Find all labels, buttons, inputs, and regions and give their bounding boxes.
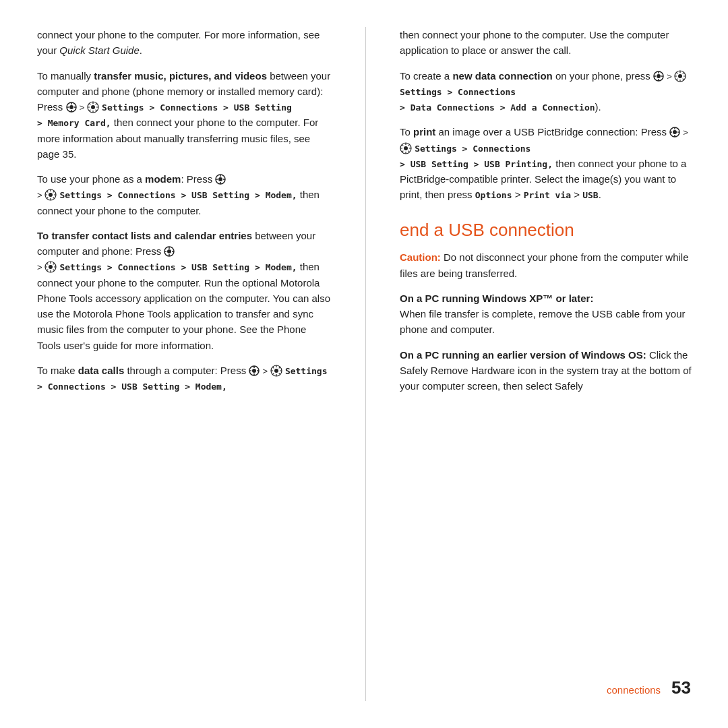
settings-icon-6 (400, 142, 412, 154)
svg-point-7 (91, 105, 95, 109)
settings-icon-1 (87, 101, 99, 113)
right-para3: To print an image over a USB PictBridge … (400, 124, 694, 202)
left-para2: To manually transfer music, pictures, an… (37, 68, 332, 162)
home-icon-2 (215, 174, 226, 185)
home-icon-6 (669, 127, 680, 138)
right-column: then connect your phone to the computer.… (400, 27, 694, 701)
footer-page-number: 53 (671, 675, 691, 701)
caution-para: Caution: Do not disconnect your phone fr… (400, 249, 694, 281)
left-column: connect your phone to the computer. For … (37, 27, 332, 701)
column-divider (365, 27, 366, 701)
svg-point-47 (404, 146, 408, 150)
svg-point-23 (49, 265, 53, 269)
svg-point-15 (49, 193, 53, 197)
right-para1: then connect your phone to the computer.… (400, 27, 694, 59)
svg-point-25 (252, 369, 256, 373)
right-para2: To create a new data connection on your … (400, 68, 694, 115)
section-title: end a USB connection (400, 219, 694, 242)
settings-icon-5 (674, 70, 686, 82)
left-para5: To make data calls through a computer: P… (37, 363, 332, 394)
home-icon-5 (653, 71, 664, 82)
page-footer: connections 53 (607, 675, 691, 701)
left-para1: connect your phone to the computer. For … (37, 27, 332, 59)
footer-connections-label: connections (607, 683, 661, 698)
svg-point-9 (218, 177, 222, 181)
settings-icon-2 (44, 189, 57, 201)
svg-point-31 (274, 369, 278, 373)
settings-icon-3 (44, 261, 57, 273)
svg-point-1 (69, 105, 73, 109)
home-icon-4 (249, 365, 260, 376)
settings-icon-4 (270, 365, 282, 377)
svg-point-17 (167, 249, 171, 253)
svg-point-39 (678, 74, 682, 78)
home-icon (66, 102, 77, 113)
subheading2-para: On a PC running an earlier version of Wi… (400, 347, 694, 394)
svg-point-33 (657, 74, 661, 78)
home-icon-3 (164, 246, 175, 257)
left-para3: To use your phone as a modem: Press > Se… (37, 171, 332, 218)
left-para4: To transfer contact lists and calendar e… (37, 228, 332, 353)
subheading1-para: On a PC running Windows XP™ or later: Wh… (400, 291, 694, 338)
svg-point-41 (673, 130, 677, 134)
